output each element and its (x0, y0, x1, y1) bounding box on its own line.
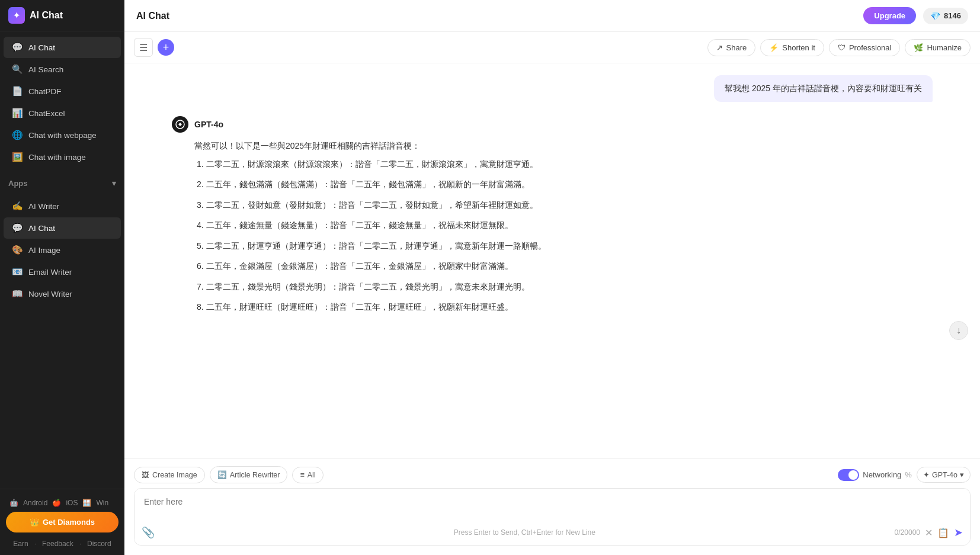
diamond-icon: 💎 (930, 11, 940, 21)
ai-search-icon: 🔍 (12, 64, 23, 75)
networking-toggle-switch[interactable] (838, 469, 859, 481)
create-image-icon: 🖼 (142, 471, 149, 479)
sidebar-item-ai-writer[interactable]: ✍️ AI Writer (4, 195, 121, 217)
sidebar-item-label: AI Writer (28, 202, 59, 211)
ai-list-item: 8. 二五年，財運旺旺（財運旺旺）：諧音「二五年，財運旺旺」，祝願新年財運旺盛。 (194, 300, 933, 315)
sidebar-item-email-writer[interactable]: 📧 Email Writer (4, 261, 121, 283)
diamonds-badge: 💎 8146 (923, 8, 968, 24)
chat-image-icon: 🖼️ (12, 152, 23, 162)
ios-label[interactable]: iOS (66, 499, 78, 507)
page-title: AI Chat (136, 11, 169, 21)
sidebar-item-label: Chat with image (28, 153, 86, 162)
ai-list-item: 3. 二零二五，發財如意（發財如意）：諧音「二零二五，發財如意」，希望新年裡財運… (194, 198, 933, 213)
humanize-button[interactable]: 🌿 Humanize (905, 39, 971, 56)
upgrade-button[interactable]: Upgrade (863, 7, 916, 24)
model-name: GPT-4o (932, 471, 957, 479)
feedback-link[interactable]: Feedback (42, 540, 73, 548)
apps-nav: ✍️ AI Writer 💬 AI Chat 🎨 AI Image 📧 Emai… (0, 190, 124, 310)
chat-area: 幫我想 2025 年的吉祥話諧音梗，內容要和財運旺有关 GPT-4o 當然可以！… (124, 63, 980, 458)
scroll-down-button[interactable]: ↓ (949, 321, 968, 340)
humanize-label: Humanize (927, 43, 962, 52)
chat-excel-icon: 📊 (12, 108, 23, 118)
sidebar-item-label: ChatExcel (28, 109, 65, 118)
networking-icon: % (905, 470, 912, 479)
chat-input-box: 📎 Press Enter to Send, Ctrl+Enter for Ne… (134, 488, 971, 546)
chat-input[interactable] (134, 489, 970, 521)
professional-button[interactable]: 🛡 Professional (829, 39, 901, 56)
sidebar-item-ai-chat[interactable]: 💬 AI Chat (4, 37, 121, 58)
apps-chevron-icon: ▾ (112, 179, 116, 188)
sidebar-item-label: AI Image (28, 246, 60, 255)
sidebar-bottom: 🤖 Android 🍎 iOS 🪟 Win 👑 Get Diamonds Ear… (0, 489, 124, 555)
shorten-label: Shorten it (782, 43, 815, 52)
email-writer-icon: 📧 (12, 267, 23, 277)
windows-icon: 🪟 (82, 499, 91, 507)
win-label[interactable]: Win (96, 499, 108, 507)
platform-links: 🤖 Android 🍎 iOS 🪟 Win (6, 494, 119, 512)
app-logo[interactable]: ✦ AI Chat (0, 0, 124, 31)
share-label: Share (726, 43, 747, 52)
input-toolbar: 🖼 Create Image 🔄 Article Rewriter ≡ All … (134, 466, 971, 483)
ai-chat-app-icon: 💬 (12, 223, 23, 233)
model-icon: ✦ (923, 470, 930, 479)
model-selector[interactable]: ✦ GPT-4o ▾ (917, 467, 971, 483)
app-name: AI Chat (30, 10, 63, 21)
all-label: All (308, 471, 316, 479)
ai-intro: 當然可以！以下是一些與2025年財運旺相關的吉祥話諧音梗： (194, 139, 933, 153)
professional-icon: 🛡 (838, 43, 846, 52)
sidebar-item-ai-search[interactable]: 🔍 AI Search (4, 59, 121, 80)
ai-image-icon: 🎨 (12, 245, 23, 255)
ai-model-name: GPT-4o (194, 120, 223, 129)
professional-label: Professional (849, 43, 892, 52)
send-button[interactable]: ➤ (954, 526, 963, 539)
sidebar-item-novel-writer[interactable]: 📖 Novel Writer (4, 283, 121, 304)
ai-writer-icon: ✍️ (12, 201, 23, 211)
sidebar-item-chat-image[interactable]: 🖼️ Chat with image (4, 146, 121, 168)
earn-link[interactable]: Earn (13, 540, 28, 548)
get-diamonds-button[interactable]: 👑 Get Diamonds (6, 512, 119, 532)
attach-button[interactable]: 📎 (142, 526, 155, 539)
sidebar-item-chat-pdf[interactable]: 📄 ChatPDF (4, 81, 121, 102)
sidebar-item-chat-webpage[interactable]: 🌐 Chat with webpage (4, 124, 121, 146)
sidebar-nav: 💬 AI Chat 🔍 AI Search 📄 ChatPDF 📊 ChatEx… (0, 31, 124, 173)
sidebar-item-ai-image[interactable]: 🎨 AI Image (4, 239, 121, 261)
sidebar-item-chat-excel[interactable]: 📊 ChatExcel (4, 102, 121, 124)
bottom-links: Earn · Feedback · Discord (6, 537, 119, 550)
sidebar-item-ai-chat-app[interactable]: 💬 AI Chat (4, 217, 121, 239)
all-button[interactable]: ≡ All (292, 467, 323, 483)
char-count: 0/20000 (895, 528, 920, 537)
add-chat-button[interactable]: + (158, 39, 174, 56)
diamonds-count: 8146 (944, 11, 961, 20)
chat-input-footer: 📎 Press Enter to Send, Ctrl+Enter for Ne… (134, 522, 970, 545)
share-button[interactable]: ↗ Share (707, 39, 756, 56)
networking-toggle: Networking % (838, 469, 912, 481)
android-icon: 🤖 (9, 499, 18, 507)
create-image-button[interactable]: 🖼 Create Image (134, 467, 205, 483)
ai-list-item: 2. 二五年，錢包滿滿（錢包滿滿）：諧音「二五年，錢包滿滿」，祝願新的一年財富滿… (194, 177, 933, 192)
clear-icon[interactable]: ✕ (925, 527, 933, 538)
create-image-label: Create Image (152, 471, 197, 479)
model-chevron-icon: ▾ (960, 470, 964, 479)
user-bubble: 幫我想 2025 年的吉祥話諧音梗，內容要和財運旺有关 (714, 75, 933, 102)
header-right: Upgrade 💎 8146 (863, 7, 968, 24)
share-icon: ↗ (716, 43, 723, 52)
shorten-button[interactable]: ⚡ Shorten it (760, 39, 824, 56)
input-hint: Press Enter to Send, Ctrl+Enter for New … (454, 528, 595, 537)
ai-message-header: GPT-4o (172, 116, 933, 133)
ai-message: GPT-4o 當然可以！以下是一些與2025年財運旺相關的吉祥話諧音梗： 1. … (172, 116, 933, 315)
chat-toolbar: ☰ + ↗ Share ⚡ Shorten it 🛡 Professional … (124, 32, 980, 63)
networking-label: Networking (863, 470, 901, 479)
discord-link[interactable]: Discord (87, 540, 111, 548)
toolbar-left: ☰ + (134, 38, 174, 57)
chat-webpage-icon: 🌐 (12, 130, 23, 140)
ai-avatar (172, 116, 188, 133)
copy-icon[interactable]: 📋 (937, 527, 949, 538)
article-rewriter-icon: 🔄 (217, 470, 227, 479)
main-header: AI Chat Upgrade 💎 8146 (124, 0, 980, 32)
get-diamonds-label: Get Diamonds (43, 518, 95, 527)
logo-icon: ✦ (8, 7, 25, 24)
sidebar-item-label: Chat with webpage (28, 131, 97, 140)
article-rewriter-button[interactable]: 🔄 Article Rewriter (210, 466, 288, 483)
android-label[interactable]: Android (23, 499, 47, 507)
menu-icon-button[interactable]: ☰ (134, 38, 153, 57)
